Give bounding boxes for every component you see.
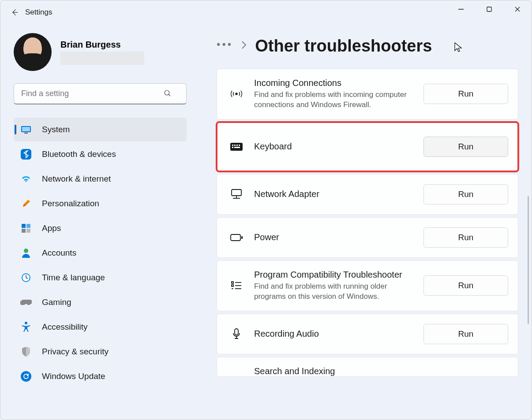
card-title: Incoming Connections bbox=[254, 78, 415, 88]
run-button[interactable]: Run bbox=[423, 184, 508, 204]
troubleshooter-search-indexing: Search and Indexing bbox=[217, 357, 518, 377]
sidebar-item-label: Accounts bbox=[42, 248, 76, 258]
accessibility-icon bbox=[20, 322, 32, 332]
close-button[interactable] bbox=[503, 0, 532, 18]
sidebar-item-personalization[interactable]: Personalization bbox=[14, 192, 187, 216]
battery-icon bbox=[227, 234, 246, 242]
sidebar-item-privacy[interactable]: Privacy & security bbox=[14, 340, 187, 364]
microphone-icon bbox=[227, 328, 246, 340]
sidebar-item-network[interactable]: Network & internet bbox=[14, 167, 187, 191]
content-area: ••• Other troubleshooters Incoming Conne… bbox=[190, 24, 532, 420]
svg-rect-38 bbox=[235, 329, 238, 335]
troubleshooter-power: Power Run bbox=[217, 217, 518, 258]
svg-rect-24 bbox=[239, 145, 240, 146]
sidebar-item-accounts[interactable]: Accounts bbox=[14, 241, 187, 265]
sidebar-item-gaming[interactable]: Gaming bbox=[14, 290, 187, 314]
keyboard-icon bbox=[227, 142, 246, 151]
sidebar-item-system[interactable]: System bbox=[14, 118, 187, 141]
svg-rect-11 bbox=[22, 229, 26, 233]
svg-rect-26 bbox=[234, 147, 240, 148]
run-button[interactable]: Run bbox=[423, 227, 508, 248]
svg-rect-12 bbox=[26, 229, 30, 233]
chevron-right-icon bbox=[241, 41, 247, 52]
card-title: Network Adapter bbox=[254, 189, 415, 199]
page-title: Other troubleshooters bbox=[255, 37, 432, 56]
clock-icon bbox=[20, 272, 32, 283]
svg-point-4 bbox=[165, 90, 169, 95]
svg-line-5 bbox=[169, 94, 170, 96]
svg-rect-31 bbox=[241, 236, 243, 239]
search-icon bbox=[164, 89, 172, 99]
sidebar-item-label: Time & language bbox=[42, 273, 105, 282]
troubleshooter-network-adapter: Network Adapter Run bbox=[217, 174, 518, 215]
system-icon bbox=[20, 124, 32, 135]
back-button[interactable] bbox=[5, 4, 24, 21]
profile-name: Brian Burgess bbox=[60, 40, 144, 50]
sidebar-item-bluetooth[interactable]: Bluetooth & devices bbox=[14, 142, 187, 166]
sidebar-item-label: Apps bbox=[42, 223, 61, 233]
svg-rect-34 bbox=[232, 285, 233, 286]
svg-point-19 bbox=[236, 93, 237, 95]
bluetooth-icon bbox=[20, 149, 32, 160]
run-button[interactable]: Run bbox=[423, 275, 508, 296]
scrollbar[interactable] bbox=[528, 196, 529, 324]
antenna-icon bbox=[227, 88, 246, 100]
card-title: Recording Audio bbox=[254, 329, 415, 339]
minimize-button[interactable] bbox=[447, 0, 475, 18]
sidebar-item-apps[interactable]: Apps bbox=[14, 216, 187, 240]
sidebar-item-label: Accessibility bbox=[42, 322, 87, 332]
run-button[interactable]: Run bbox=[423, 324, 508, 344]
svg-rect-9 bbox=[22, 224, 26, 228]
troubleshooter-program-compatibility: Program Compatibility Troubleshooter Fin… bbox=[217, 260, 518, 311]
list-settings-icon bbox=[227, 280, 246, 291]
card-title: Program Compatibility Troubleshooter bbox=[254, 270, 415, 280]
brush-icon bbox=[20, 198, 32, 209]
sidebar-item-label: Personalization bbox=[42, 199, 99, 208]
update-icon bbox=[20, 371, 32, 382]
sidebar-item-update[interactable]: Windows Update bbox=[14, 364, 187, 388]
window-controls bbox=[447, 0, 532, 18]
wifi-icon bbox=[20, 174, 32, 184]
sidebar-item-label: Bluetooth & devices bbox=[42, 149, 116, 159]
breadcrumb-ellipsis[interactable]: ••• bbox=[217, 38, 233, 54]
svg-rect-1 bbox=[487, 7, 491, 11]
titlebar: Settings bbox=[0, 0, 532, 24]
maximize-button[interactable] bbox=[475, 0, 503, 18]
breadcrumb: ••• Other troubleshooters bbox=[217, 37, 518, 56]
run-button[interactable]: Run bbox=[423, 137, 508, 157]
svg-rect-23 bbox=[236, 145, 238, 146]
apps-icon bbox=[20, 223, 32, 234]
gamepad-icon bbox=[20, 297, 32, 308]
svg-point-18 bbox=[25, 322, 27, 324]
card-desc: Find and fix problems with incoming comp… bbox=[254, 90, 415, 110]
troubleshooter-recording-audio: Recording Audio Run bbox=[217, 314, 518, 354]
svg-rect-8 bbox=[24, 133, 28, 134]
avatar bbox=[14, 33, 52, 71]
run-button[interactable]: Run bbox=[423, 84, 508, 104]
svg-point-13 bbox=[24, 249, 28, 253]
svg-rect-21 bbox=[232, 145, 233, 146]
sidebar-item-time[interactable]: Time & language bbox=[14, 266, 187, 290]
profile[interactable]: Brian Burgess bbox=[14, 33, 190, 71]
sidebar-item-label: Gaming bbox=[42, 297, 71, 307]
search-input[interactable] bbox=[14, 83, 187, 104]
svg-rect-32 bbox=[232, 282, 233, 283]
profile-subtext bbox=[60, 52, 144, 65]
sidebar-item-label: System bbox=[42, 125, 70, 134]
svg-rect-10 bbox=[26, 224, 30, 228]
troubleshooter-keyboard: Keyboard Run bbox=[217, 122, 518, 171]
sidebar-item-label: Network & internet bbox=[42, 174, 111, 184]
shield-icon bbox=[20, 346, 32, 357]
troubleshooter-incoming-connections: Incoming Connections Find and fix proble… bbox=[217, 69, 518, 119]
svg-rect-30 bbox=[231, 234, 240, 241]
svg-rect-7 bbox=[22, 127, 30, 131]
card-title: Search and Indexing bbox=[254, 366, 499, 376]
sidebar-item-accessibility[interactable]: Accessibility bbox=[14, 315, 187, 339]
card-title: Keyboard bbox=[254, 141, 415, 152]
sidebar: Brian Burgess System bbox=[0, 24, 190, 420]
svg-rect-25 bbox=[232, 147, 233, 148]
person-icon bbox=[20, 248, 32, 258]
sidebar-item-label: Privacy & security bbox=[42, 347, 109, 357]
app-title: Settings bbox=[25, 8, 52, 17]
card-desc: Find and fix problems with running older… bbox=[254, 282, 415, 302]
